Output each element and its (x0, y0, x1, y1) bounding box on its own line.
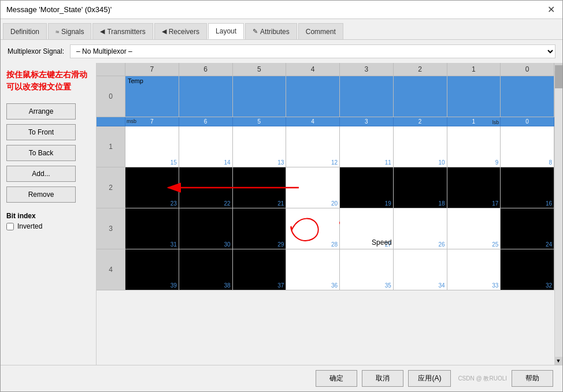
vertical-scrollbar[interactable]: ▲ ▼ (554, 63, 562, 365)
header-cell-3: 3 (340, 63, 394, 76)
grid-cell-0-6[interactable] (179, 76, 233, 117)
grid-row-1: 1 15 14 13 12 11 10 9 8 (97, 126, 554, 167)
grid-cell-2-1[interactable]: 17 (447, 167, 501, 208)
tab-attributes[interactable]: ✎ Attributes (245, 23, 297, 39)
multiplexor-select[interactable]: – No Multiplexor – (70, 44, 555, 58)
left-panel: 按住鼠标左键左右滑动 可以改变报文位置 Arrange To Front To … (1, 63, 96, 365)
header-cell-1: 1 (447, 63, 501, 76)
tab-signals-label: Signals (61, 28, 84, 36)
close-button[interactable]: ✕ (545, 4, 557, 16)
grid-cell-1-2[interactable]: 10 (394, 126, 447, 167)
grid-cell-0-7[interactable]: Temp (125, 76, 179, 117)
to-back-button[interactable]: To Back (6, 145, 76, 161)
tab-transmitters[interactable]: ◀ Transmitters (92, 23, 153, 39)
grid-cell-2-4[interactable]: 20 (286, 167, 340, 208)
add-button[interactable]: Add... (6, 166, 76, 182)
grid-cell-3-0[interactable]: 24 (501, 208, 554, 249)
grid-cell-3-2[interactable]: 26 (394, 208, 447, 249)
grid-row-3: 3 31 30 29 28 (97, 208, 554, 249)
receivers-icon: ◀ (162, 28, 166, 35)
row-label-2: 2 (97, 167, 125, 208)
grid-cell-1-4[interactable]: 12 (286, 126, 340, 167)
grid-cell-3-7[interactable]: 31 (125, 208, 179, 249)
grid-cell-4-5[interactable]: 37 (233, 249, 287, 290)
to-front-button[interactable]: To Front (6, 124, 76, 140)
grid-row-4: 4 39 38 37 36 35 34 33 32 (97, 249, 554, 290)
tab-transmitters-label: Transmitters (107, 28, 145, 36)
tab-comment[interactable]: Comment (298, 23, 343, 39)
grid-cell-4-6[interactable]: 38 (179, 249, 233, 290)
grid-row-0-wrapper: 0 Temp (97, 76, 554, 126)
grid-cell-4-1[interactable]: 33 (447, 249, 501, 290)
msb-lsb-6: 6 (179, 117, 233, 126)
header-cell-7: 7 (125, 63, 179, 76)
grid-cell-2-0[interactable]: 16 (501, 167, 554, 208)
tab-signals[interactable]: ≈ Signals (48, 23, 91, 39)
help-button[interactable]: 帮助 (512, 370, 553, 387)
inverted-row: Inverted (6, 222, 90, 230)
msb-lsb-4: 4 (286, 117, 340, 126)
grid-cell-1-7[interactable]: 15 (125, 126, 179, 167)
csdn-badge: CSDN @ 教RUOLI (458, 375, 507, 383)
transmitters-icon: ◀ (100, 28, 105, 35)
apply-button[interactable]: 应用(A) (408, 370, 451, 387)
scrollbar-thumb[interactable] (555, 65, 562, 88)
tab-definition[interactable]: Definition (3, 23, 47, 39)
msb-lsb-row-0: msb7 6 5 4 3 2 1 lsb (97, 117, 554, 126)
grid-cell-2-5[interactable]: 21 (233, 167, 287, 208)
grid-cell-3-3[interactable]: 27 Speed (340, 208, 394, 249)
grid-cell-3-6[interactable]: 30 (179, 208, 233, 249)
grid-cell-0-3[interactable] (340, 76, 394, 117)
tab-definition-label: Definition (10, 28, 39, 36)
tab-layout[interactable]: Layout (208, 23, 244, 39)
scroll-area: 7 6 5 4 3 2 1 0 0 (97, 63, 562, 365)
signal-temp-label: Temp (128, 77, 143, 84)
msb-lsb-3: 3 (340, 117, 394, 126)
grid-row-2: 2 23 22 21 20 (97, 167, 554, 208)
grid-cell-0-5[interactable] (233, 76, 287, 117)
grid-cell-2-3[interactable]: 19 (340, 167, 394, 208)
row-label-3: 3 (97, 208, 125, 249)
tab-layout-label: Layout (216, 27, 236, 35)
grid-cell-1-1[interactable]: 9 (447, 126, 501, 167)
tab-receivers[interactable]: ◀ Receivers (154, 23, 207, 39)
grid-cell-0-2[interactable] (394, 76, 447, 117)
header-row-spacer (97, 63, 125, 76)
grid-cell-1-5[interactable]: 13 (233, 126, 287, 167)
tab-comment-label: Comment (306, 28, 336, 36)
grid-cell-2-2[interactable]: 18 (394, 167, 447, 208)
cancel-button[interactable]: 取消 (362, 370, 403, 387)
signals-icon: ≈ (55, 28, 59, 35)
annotation-line2: 可以改变报文位置 (6, 81, 90, 93)
content-area: Multiplexor Signal: – No Multiplexor – 按… (1, 40, 562, 365)
grid-cell-4-3[interactable]: 35 (340, 249, 394, 290)
grid-cell-3-4[interactable]: 28 (286, 208, 340, 249)
tab-receivers-label: Receivers (169, 28, 199, 36)
grid-cell-0-4[interactable] (286, 76, 340, 117)
msb-lsb-spacer (97, 117, 125, 126)
grid-cell-3-1[interactable]: 25 (447, 208, 501, 249)
grid-cell-4-4[interactable]: 36 (286, 249, 340, 290)
header-cell-4: 4 (286, 63, 340, 76)
grid-cell-4-0[interactable]: 32 (501, 249, 554, 290)
grid-cell-0-0[interactable] (501, 76, 554, 117)
confirm-button[interactable]: 确定 (316, 370, 357, 387)
inverted-checkbox[interactable] (6, 223, 14, 230)
grid-cell-1-3[interactable]: 11 (340, 126, 394, 167)
grid-cell-4-2[interactable]: 34 (394, 249, 447, 290)
scroll-down-arrow[interactable]: ▼ (554, 357, 562, 365)
multiplexor-row: Multiplexor Signal: – No Multiplexor – (1, 40, 562, 63)
grid-cell-2-6[interactable]: 22 (179, 167, 233, 208)
msb-lsb-5: 5 (233, 117, 287, 126)
grid-cell-1-0[interactable]: 8 (501, 126, 554, 167)
grid-cell-3-5[interactable]: 29 (233, 208, 287, 249)
grid-cell-0-1[interactable] (447, 76, 501, 117)
arrange-button[interactable]: Arrange (6, 103, 76, 120)
lsb-tag: lsb (492, 120, 499, 125)
multiplexor-label: Multiplexor Signal: (8, 47, 64, 55)
grid-cell-1-6[interactable]: 14 (179, 126, 233, 167)
remove-button[interactable]: Remove (6, 186, 76, 203)
grid-cell-4-7[interactable]: 39 (125, 249, 179, 290)
title-bar: Message 'Motor_State' (0x345)' ✕ (1, 1, 562, 19)
grid-cell-2-7[interactable]: 23 (125, 167, 179, 208)
